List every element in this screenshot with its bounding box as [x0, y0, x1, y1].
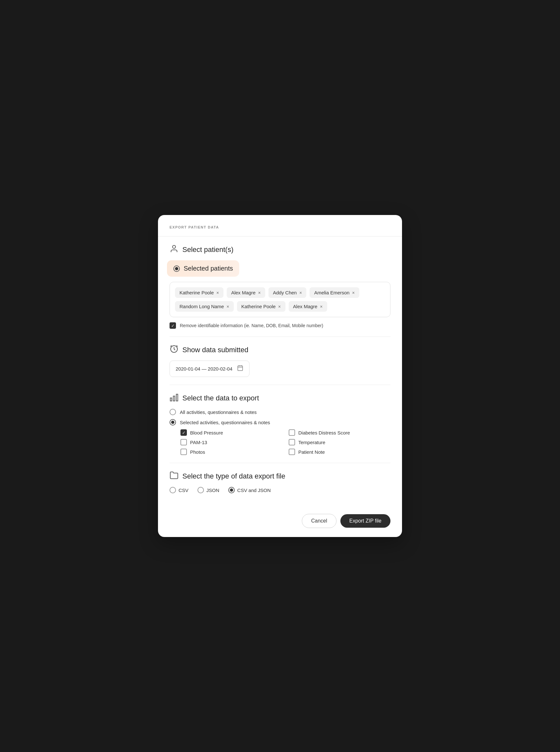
patient-tags-container: Katherine Poole × Alex Magre × Addy Chen… [169, 282, 391, 317]
patient-name: Alex Magre [293, 304, 318, 309]
section-export-type: Select the type of data export file CSV … [169, 463, 391, 501]
patient-name: Amelia Emerson [314, 290, 349, 295]
patient-tag[interactable]: Random Long Name × [175, 301, 234, 312]
svg-rect-4 [174, 396, 175, 401]
select-patients-title: Select patient(s) [182, 246, 234, 254]
patient-name: Katherine Poole [241, 304, 276, 309]
section-select-patients: Select patient(s) Selected patients Kath… [169, 236, 391, 337]
remove-tag-icon[interactable]: × [226, 304, 229, 309]
temperature-label: Temperature [298, 440, 325, 445]
remove-tag-icon[interactable]: × [278, 304, 281, 309]
patient-tag[interactable]: Addy Chen × [268, 287, 306, 298]
csv-json-label: CSV and JSON [237, 487, 271, 493]
modal-header: EXPORT PATIENT DATA [158, 215, 402, 236]
remove-tag-icon[interactable]: × [352, 290, 355, 295]
section-header-export-type: Select the type of data export file [169, 471, 391, 482]
modal-body: Select patient(s) Selected patients Kath… [158, 236, 402, 509]
checkbox-photos[interactable]: Photos [180, 449, 282, 455]
patient-tag[interactable]: Alex Magre × [227, 287, 265, 298]
export-type-title: Select the type of data export file [182, 472, 285, 480]
patient-note-checkbox[interactable] [289, 449, 295, 455]
section-header-data-submitted: Show data submitted [169, 345, 391, 355]
remove-identifiable-row[interactable]: ✓ Remove identifiable information (ie. N… [169, 322, 391, 329]
file-type-row: CSV JSON CSV and JSON [169, 487, 391, 493]
checkbox-pam13[interactable]: PAM-13 [180, 439, 282, 445]
photos-label: Photos [190, 449, 205, 455]
section-show-data-submitted: Show data submitted 2020-01-04 — 2020-02… [169, 337, 391, 385]
section-select-data: Select the data to export All activities… [169, 385, 391, 463]
patient-tag[interactable]: Alex Magre × [289, 301, 327, 312]
checkbox-temperature[interactable]: Temperature [289, 439, 391, 445]
file-type-csv-json[interactable]: CSV and JSON [228, 487, 271, 493]
radio-selected-patients-inner [175, 267, 178, 270]
select-data-title: Select the data to export [182, 394, 259, 402]
svg-rect-5 [176, 394, 178, 401]
patient-tag[interactable]: Amelia Emerson × [309, 287, 359, 298]
export-modal: EXPORT PATIENT DATA Select patient(s) Se… [158, 215, 402, 537]
folder-icon [169, 471, 179, 482]
file-type-csv[interactable]: CSV [169, 487, 188, 493]
remove-tag-icon[interactable]: × [216, 290, 219, 295]
remove-tag-icon[interactable]: × [258, 290, 261, 295]
checkbox-patient-note[interactable]: Patient Note [289, 449, 391, 455]
remove-identifiable-label: Remove identifiable information (ie. Nam… [180, 323, 323, 328]
diabetes-label: Diabetes Distress Score [298, 430, 350, 436]
pam13-label: PAM-13 [190, 440, 207, 445]
json-label: JSON [206, 487, 219, 493]
modal-footer: Cancel Export ZIP file [158, 509, 402, 537]
patient-tag[interactable]: Katherine Poole × [175, 287, 223, 298]
radio-all-activities[interactable]: All activities, questionnaires & notes [169, 409, 391, 415]
data-checkboxes-grid: ✓ Blood Pressure Diabetes Distress Score… [180, 429, 391, 455]
section-header-patients: Select patient(s) [169, 244, 391, 255]
chart-icon [169, 393, 179, 404]
modal-title: EXPORT PATIENT DATA [169, 225, 219, 229]
section-header-select-data: Select the data to export [169, 393, 391, 404]
csv-label: CSV [179, 487, 188, 493]
patient-name: Katherine Poole [180, 290, 214, 295]
date-range-text: 2020-01-04 — 2020-02-04 [176, 366, 233, 371]
radio-selected-activities[interactable]: Selected activities, questionnaires & no… [169, 419, 391, 425]
patient-name: Random Long Name [180, 304, 224, 309]
check-icon: ✓ [182, 430, 186, 435]
checkbox-blood-pressure[interactable]: ✓ Blood Pressure [180, 429, 282, 436]
clock-icon [169, 345, 179, 355]
selected-patients-label: Selected patients [184, 265, 233, 272]
date-range-input[interactable]: 2020-01-04 — 2020-02-04 [169, 361, 249, 377]
date-range-row: 2020-01-04 — 2020-02-04 [169, 361, 391, 377]
export-button[interactable]: Export ZIP file [340, 514, 391, 528]
csv-json-radio[interactable] [228, 487, 235, 493]
radio-selected-activities-inner [171, 421, 174, 424]
svg-point-0 [173, 246, 175, 248]
selected-activities-label: Selected activities, questionnaires & no… [180, 420, 270, 425]
show-data-submitted-title: Show data submitted [182, 346, 248, 354]
cancel-button[interactable]: Cancel [302, 514, 337, 528]
remove-tag-icon[interactable]: × [299, 290, 302, 295]
blood-pressure-label: Blood Pressure [190, 430, 223, 436]
blood-pressure-checkbox[interactable]: ✓ [180, 429, 187, 436]
calendar-icon[interactable] [237, 365, 243, 373]
temperature-checkbox[interactable] [289, 439, 295, 445]
svg-rect-3 [170, 398, 172, 401]
check-icon: ✓ [171, 323, 175, 328]
csv-json-radio-inner [230, 488, 233, 492]
file-type-json[interactable]: JSON [198, 487, 219, 493]
remove-tag-icon[interactable]: × [320, 304, 322, 309]
radio-all-activities-button[interactable] [169, 409, 176, 415]
patient-note-label: Patient Note [298, 449, 325, 455]
pam13-checkbox[interactable] [180, 439, 187, 445]
radio-selected-patients[interactable] [174, 266, 180, 272]
json-radio[interactable] [198, 487, 204, 493]
csv-radio[interactable] [169, 487, 176, 493]
svg-rect-2 [238, 366, 242, 370]
photos-checkbox[interactable] [180, 449, 187, 455]
all-activities-label: All activities, questionnaires & notes [180, 409, 257, 415]
selected-patients-option[interactable]: Selected patients [167, 260, 239, 277]
patient-name: Addy Chen [273, 290, 297, 295]
remove-identifiable-checkbox[interactable]: ✓ [169, 322, 176, 329]
diabetes-checkbox[interactable] [289, 429, 295, 436]
patient-name: Alex Magre [231, 290, 256, 295]
checkbox-diabetes[interactable]: Diabetes Distress Score [289, 429, 391, 436]
radio-selected-activities-button[interactable] [169, 419, 176, 425]
person-icon [169, 244, 179, 255]
patient-tag[interactable]: Katherine Poole × [237, 301, 285, 312]
